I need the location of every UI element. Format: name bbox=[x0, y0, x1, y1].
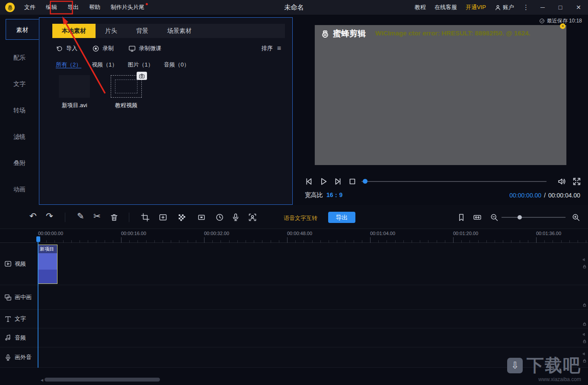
seek-slider[interactable] bbox=[361, 181, 546, 182]
watermark-name: 下载吧 bbox=[527, 353, 581, 377]
toolbar-divider bbox=[129, 213, 129, 222]
record-button[interactable]: 录制 bbox=[92, 45, 114, 52]
track-label: 文字 bbox=[15, 315, 26, 323]
sort-label: 排序 bbox=[262, 45, 273, 52]
filter-all[interactable]: 所有（2） bbox=[56, 61, 81, 69]
export-button[interactable]: 导出 bbox=[328, 212, 355, 223]
track-voiceover: 画外音 bbox=[0, 347, 588, 368]
horizontal-scrollbar[interactable] bbox=[45, 378, 160, 382]
menu-help[interactable]: 帮助 bbox=[84, 0, 105, 15]
filter-image[interactable]: 图片（1） bbox=[128, 61, 153, 69]
lock-icon[interactable] bbox=[582, 359, 587, 363]
timeline-zoom-handle[interactable] bbox=[518, 215, 522, 220]
fit-width-icon[interactable] bbox=[473, 213, 482, 222]
crop-icon[interactable] bbox=[141, 213, 150, 222]
canvas-size-icon[interactable] bbox=[159, 213, 167, 222]
tutorial-link[interactable]: 教程 bbox=[415, 3, 426, 11]
mute-icon[interactable] bbox=[582, 332, 587, 337]
sort-button[interactable]: 排序 ≡ bbox=[262, 45, 281, 52]
aspect-ratio-value[interactable]: 16：9 bbox=[326, 191, 342, 199]
playhead-line bbox=[38, 242, 38, 368]
stop-button[interactable] bbox=[348, 177, 357, 186]
titlebar-right: 教程 在线客服 开通VIP 账户 ⋮ ─ □ ✕ bbox=[415, 3, 584, 11]
freeze-frame-icon[interactable] bbox=[197, 213, 206, 222]
online-support-link[interactable]: 在线客服 bbox=[435, 3, 457, 11]
media-item-name: 新项目.avi bbox=[55, 102, 94, 109]
filter-video[interactable]: 视频（1） bbox=[92, 61, 117, 69]
lock-icon[interactable] bbox=[582, 264, 587, 269]
portrait-cutout-icon[interactable] bbox=[248, 213, 257, 222]
zoom-in-icon[interactable] bbox=[572, 213, 580, 222]
maximize-button[interactable]: □ bbox=[556, 4, 565, 11]
playhead-handle[interactable] bbox=[36, 236, 40, 242]
clip-label: 新项目 bbox=[38, 245, 57, 253]
record-lecture-button[interactable]: 录制微课 bbox=[128, 45, 161, 52]
media-thumbnail bbox=[59, 75, 90, 98]
lock-icon[interactable] bbox=[582, 339, 587, 344]
marker-icon[interactable] bbox=[457, 213, 466, 222]
tab-scene-material[interactable]: 场景素材 bbox=[158, 24, 201, 38]
track-label: 画中画 bbox=[15, 293, 32, 301]
more-menu-icon[interactable]: ⋮ bbox=[523, 3, 529, 11]
duration-icon[interactable] bbox=[215, 213, 224, 222]
sidebar-item-animation[interactable]: 动画 bbox=[0, 179, 39, 200]
media-item-video[interactable]: 新项目.avi bbox=[55, 75, 94, 109]
tab-intro[interactable]: 片头 bbox=[96, 24, 127, 38]
close-button[interactable]: ✕ bbox=[573, 4, 584, 11]
menu-export[interactable]: 导出 bbox=[62, 0, 84, 15]
lock-icon[interactable] bbox=[582, 303, 587, 307]
ruler-label: 00:01:20.00 bbox=[453, 231, 478, 236]
speech-text-convert-link[interactable]: 语音文字互转 bbox=[284, 214, 317, 222]
sidebar-item-filter[interactable]: 滤镜 bbox=[0, 126, 39, 147]
track-pip-toggles bbox=[582, 303, 587, 307]
lock-icon[interactable] bbox=[582, 322, 587, 326]
fullscreen-icon[interactable] bbox=[572, 177, 582, 186]
sidebar-item-overlay[interactable]: 叠附 bbox=[0, 153, 39, 173]
volume-icon[interactable] bbox=[557, 177, 567, 186]
project-title: 未命名 bbox=[284, 3, 304, 12]
mute-icon[interactable] bbox=[582, 258, 587, 262]
redo-icon[interactable]: ↷ bbox=[46, 211, 53, 221]
menu-make-intro-outro[interactable]: 制作片头片尾 bbox=[105, 0, 150, 15]
track-text-header: 文字 bbox=[0, 310, 37, 328]
filter-audio[interactable]: 音频（0） bbox=[164, 61, 189, 69]
timeline-zoom-slider[interactable] bbox=[502, 217, 566, 218]
minimize-button[interactable]: ─ bbox=[538, 4, 547, 11]
play-button[interactable] bbox=[319, 177, 328, 186]
mute-icon[interactable] bbox=[582, 352, 587, 356]
brand-name: 蜜蜂剪辑 bbox=[333, 28, 366, 39]
timeline-clip[interactable]: 新项目 bbox=[38, 245, 58, 284]
sidebar-item-material[interactable]: 素材 bbox=[6, 19, 39, 40]
mosaic-icon[interactable] bbox=[177, 213, 186, 222]
tab-background[interactable]: 背景 bbox=[127, 24, 158, 38]
sidebar-item-text[interactable]: 文字 bbox=[0, 73, 39, 94]
save-status-text: 最近保存 10:18 bbox=[547, 17, 582, 25]
voiceover-mic-icon[interactable] bbox=[231, 213, 240, 222]
track-audio-toggles bbox=[582, 332, 587, 344]
edit-icon[interactable]: ✎ bbox=[77, 211, 84, 221]
vip-link[interactable]: 开通VIP bbox=[466, 3, 486, 11]
media-item-tutorial[interactable]: 教程视频 bbox=[107, 75, 146, 109]
previous-frame-button[interactable] bbox=[304, 177, 313, 186]
next-frame-button[interactable] bbox=[333, 177, 343, 186]
account-button[interactable]: 账户 bbox=[495, 3, 514, 11]
camera-badge-icon bbox=[137, 72, 147, 80]
delete-icon[interactable] bbox=[110, 213, 118, 222]
time-separator: / bbox=[544, 192, 546, 199]
import-button[interactable]: 导入 bbox=[56, 45, 77, 52]
sidebar-item-transition[interactable]: 转场 bbox=[0, 100, 39, 121]
audio-track-icon bbox=[4, 334, 12, 341]
menu-edit[interactable]: 编辑 bbox=[41, 0, 62, 15]
menu-file[interactable]: 文件 bbox=[19, 0, 41, 15]
toolbar-divider bbox=[65, 213, 65, 222]
media-panel: 本地素材 片头 背景 场景素材 导入 录制 录制微课 排序 ≡ 所有（2） 视频… bbox=[39, 17, 293, 205]
zoom-out-icon[interactable] bbox=[490, 213, 499, 222]
scroll-left-arrow[interactable]: ◄ bbox=[40, 378, 44, 382]
tab-local-material[interactable]: 本地素材 bbox=[52, 24, 96, 38]
seek-slider-handle[interactable] bbox=[363, 179, 368, 184]
import-icon bbox=[56, 45, 63, 52]
ruler-label: 00:00:16.00 bbox=[121, 231, 146, 236]
sidebar-item-music[interactable]: 配乐 bbox=[0, 47, 39, 68]
undo-icon[interactable]: ↶ bbox=[29, 211, 37, 221]
cut-icon[interactable]: ✂ bbox=[93, 211, 101, 221]
